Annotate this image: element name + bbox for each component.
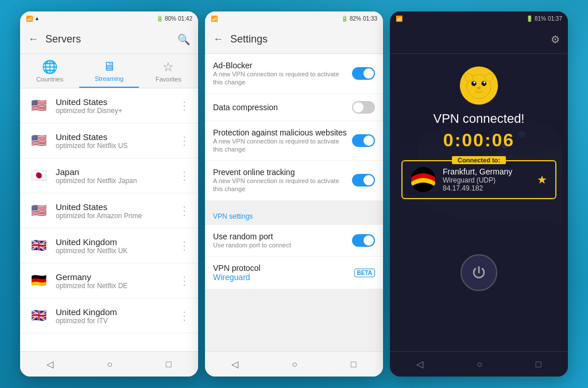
battery-pct-1: 80%: [165, 15, 176, 22]
protocol-info: VPN protocol Wireguard: [213, 263, 350, 282]
power-btn-area: [461, 199, 497, 346]
nav-recents-3[interactable]: □: [536, 359, 541, 370]
wireguard-link[interactable]: Wireguard: [213, 273, 350, 282]
status-bar-1: 📶 ▲ 🔋 80% 01:42: [20, 11, 198, 25]
server-item-6[interactable]: 🇬🇧 United Kingdom optimized for ITV ⋮: [20, 298, 198, 333]
vpn-section-label: VPN settings: [205, 207, 383, 223]
server-name-1: United States: [56, 132, 172, 142]
server-sub-5: optimized for Netflix DE: [56, 282, 172, 290]
connection-details: Frankfurt, Germany Wireguard (UDP) 84.17…: [443, 167, 530, 192]
server-item-1[interactable]: 🇺🇸 United States optimized for Netflix U…: [20, 123, 198, 158]
phone-settings: 📶 🔋 82% 01:33 ← Settings Ad-Blocker A ne…: [205, 11, 383, 377]
server-item-3[interactable]: 🇺🇸 United States optimized for Amazon Pr…: [20, 193, 198, 228]
phones-container: 📶 ▲ 🔋 80% 01:42 ← Servers 🔍 🌐 Countries …: [9, 0, 579, 388]
flag-de: 🇩🇪: [28, 270, 49, 291]
server-info-6: United Kingdom optimized for ITV: [56, 307, 172, 325]
setting-randomport[interactable]: Use random port Use random port to conne…: [205, 225, 383, 257]
server-name-6: United Kingdom: [56, 307, 172, 317]
svg-point-10: [465, 73, 473, 82]
server-info-4: United Kingdom optimized for Netflix UK: [56, 237, 172, 255]
bottom-nav-1: ◁ ○ □: [20, 351, 198, 377]
header-bar-3: ⚙: [390, 25, 568, 54]
tracking-title: Prevent online tracking: [213, 168, 347, 177]
tracking-sub: A new VPN connection is required to acti…: [213, 177, 347, 193]
nav-recents-1[interactable]: □: [166, 359, 172, 370]
status-left-2: 📶: [211, 15, 218, 22]
nav-home-2[interactable]: ○: [292, 359, 297, 370]
tracking-toggle[interactable]: [352, 174, 375, 187]
bottom-nav-3: ◁ ○ □: [390, 351, 568, 377]
more-menu-1[interactable]: ⋮: [179, 134, 190, 148]
nav-back-1[interactable]: ◁: [47, 359, 53, 370]
globe-icon: 🌐: [42, 60, 57, 75]
server-item-5[interactable]: 🇩🇪 Germany optimized for Netflix DE ⋮: [20, 263, 198, 298]
time-3: 01:37: [548, 15, 562, 22]
back-button-2[interactable]: ←: [213, 33, 223, 45]
server-name-4: United Kingdom: [56, 237, 172, 247]
setting-datacomp[interactable]: Data compression: [205, 94, 383, 121]
server-list: 🇺🇸 United States optimized for Disney+ ⋮…: [20, 88, 198, 351]
setting-adblocker[interactable]: Ad-Blocker A new VPN connection is requi…: [205, 54, 383, 94]
signal-icon-3: 📶: [396, 15, 403, 22]
svg-point-8: [483, 82, 486, 84]
server-sub-3: optimized for Amazon Prime: [56, 212, 172, 220]
server-info-0: United States optimized for Disney+: [56, 97, 172, 115]
cyberghost-logo: [459, 65, 499, 106]
more-menu-2[interactable]: ⋮: [179, 169, 190, 183]
malicious-info: Protection against malicious websites A …: [213, 128, 347, 154]
datacomp-title: Data compression: [213, 103, 347, 112]
back-button-1[interactable]: ←: [28, 33, 38, 45]
nav-home-3[interactable]: ○: [477, 359, 482, 370]
adblocker-sub: A new VPN connection is required to acti…: [213, 70, 347, 87]
tab-streaming[interactable]: 🖥 Streaming: [79, 54, 138, 88]
more-menu-6[interactable]: ⋮: [179, 309, 190, 323]
server-item-4[interactable]: 🇬🇧 United Kingdom optimized for Netflix …: [20, 228, 198, 263]
setting-protocol[interactable]: VPN protocol Wireguard BETA: [205, 257, 383, 289]
connected-content: VPN connected! 0:00:06 Connected to:: [390, 54, 568, 351]
flag-us-3: 🇺🇸: [28, 200, 49, 221]
datacomp-info: Data compression: [213, 103, 347, 112]
nav-recents-2[interactable]: □: [351, 359, 357, 370]
favorite-star-icon[interactable]: ★: [537, 173, 547, 187]
vpn-connected-label: VPN connected!: [434, 111, 525, 126]
nav-back-3[interactable]: ◁: [416, 359, 423, 370]
randomport-toggle[interactable]: [352, 234, 375, 247]
more-menu-3[interactable]: ⋮: [179, 204, 190, 218]
settings-content: Ad-Blocker A new VPN connection is requi…: [205, 54, 383, 351]
server-item-0[interactable]: 🇺🇸 United States optimized for Disney+ ⋮: [20, 88, 198, 123]
time-1: 01:42: [178, 15, 192, 22]
nav-back-2[interactable]: ◁: [231, 359, 238, 370]
status-bar-2: 📶 🔋 82% 01:33: [205, 11, 383, 25]
tab-countries[interactable]: 🌐 Countries: [20, 54, 79, 88]
more-menu-4[interactable]: ⋮: [179, 239, 190, 253]
connection-timer: 0:00:06: [443, 130, 514, 151]
server-sub-1: optimized for Netflix US: [56, 142, 172, 150]
nav-home-1[interactable]: ○: [107, 359, 113, 370]
header-bar-2: ← Settings: [205, 25, 383, 54]
flag-gb-4: 🇬🇧: [28, 235, 49, 256]
malicious-toggle[interactable]: [352, 134, 375, 147]
power-button[interactable]: [461, 254, 497, 291]
more-menu-0[interactable]: ⋮: [179, 99, 190, 112]
svg-point-9: [477, 87, 481, 90]
server-info-5: Germany optimized for Netflix DE: [56, 272, 172, 290]
connected-city: Frankfurt, Germany: [443, 167, 530, 176]
server-sub-4: optimized for Netflix UK: [56, 247, 172, 255]
gear-button[interactable]: ⚙: [551, 33, 560, 46]
randomport-sub: Use random port to connect: [213, 241, 347, 249]
tab-favorites[interactable]: ☆ Favorites: [139, 54, 198, 88]
more-menu-5[interactable]: ⋮: [179, 274, 190, 288]
server-sub-0: optimized for Disney+: [56, 107, 172, 115]
battery-icon-3: 🔋: [526, 15, 533, 22]
adblocker-toggle[interactable]: [352, 67, 375, 80]
server-info-3: United States optimized for Amazon Prime: [56, 202, 172, 220]
setting-tracking[interactable]: Prevent online tracking A new VPN connec…: [205, 161, 383, 201]
server-item-2[interactable]: 🇯🇵 Japan optimized for Netflix Japan ⋮: [20, 158, 198, 193]
header-bar-1: ← Servers 🔍: [20, 25, 198, 54]
datacomp-toggle[interactable]: [352, 101, 375, 114]
server-info-1: United States optimized for Netflix US: [56, 132, 172, 150]
setting-malicious[interactable]: Protection against malicious websites A …: [205, 121, 383, 161]
search-button-1[interactable]: 🔍: [177, 33, 190, 46]
connected-flag: [411, 167, 436, 192]
time-2: 01:33: [363, 15, 377, 22]
